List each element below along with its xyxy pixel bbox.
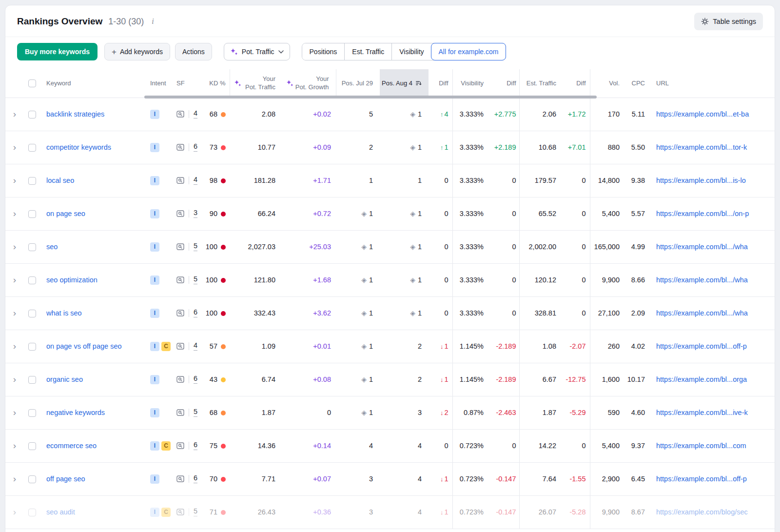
row-checkbox[interactable] [28, 343, 36, 351]
url-link[interactable]: https://example.com/bl.../on-p [656, 210, 749, 217]
col-cpc[interactable]: CPC [622, 69, 649, 98]
tab-visibility[interactable]: Visibility [391, 43, 431, 60]
col-pot-growth[interactable]: Your Pot. Growth [282, 69, 336, 98]
sf-count[interactable]: 4 [194, 176, 197, 184]
col-sf[interactable]: SF [172, 69, 203, 98]
serp-features-icon [176, 343, 184, 350]
url-link[interactable]: https://example.com/blog/sec [656, 508, 748, 516]
row-checkbox[interactable] [28, 509, 36, 516]
url-link[interactable]: https://example.com/bl...is-lo [656, 177, 746, 184]
sf-count[interactable]: 5 [194, 408, 197, 416]
keyword-link[interactable]: negative keywords [46, 409, 105, 416]
url-link[interactable]: https://example.com/bl...ive-k [656, 409, 748, 416]
col-est-traffic[interactable]: Est. Traffic [519, 69, 559, 98]
col-url[interactable]: URL [649, 69, 775, 98]
sf-count[interactable]: 3 [194, 209, 197, 217]
col-visibility[interactable]: Visibility [452, 69, 492, 98]
row-checkbox[interactable] [28, 376, 36, 384]
sf-count[interactable]: 4 [194, 109, 197, 118]
keyword-link[interactable]: off page seo [46, 475, 85, 483]
sf-count[interactable]: 4 [194, 341, 197, 350]
row-checkbox[interactable] [28, 442, 36, 450]
url-link[interactable]: https://example.com/bl...off-p [656, 475, 747, 483]
col-kd[interactable]: KD % [203, 69, 230, 98]
url-link[interactable]: https://example.com/bl...orga [656, 375, 747, 383]
sf-count[interactable]: 6 [194, 142, 197, 151]
keyword-link[interactable]: seo audit [46, 508, 75, 516]
sf-count[interactable]: 5 [194, 242, 197, 251]
col-pot-traffic[interactable]: Your Pot. Traffic [230, 69, 282, 98]
expand-chevron-icon[interactable]: › [13, 341, 16, 352]
url-link[interactable]: https://example.com/bl...com [656, 442, 746, 450]
sf-count[interactable]: 6 [194, 474, 197, 483]
sf-count[interactable]: 6 [194, 374, 197, 383]
keyword-link[interactable]: ecommerce seo [46, 442, 97, 450]
row-checkbox[interactable] [28, 111, 36, 118]
expand-chevron-icon[interactable]: › [13, 175, 16, 186]
pot-traffic-value: 332.43 [230, 296, 282, 330]
pos-diff-value: ↓1 [429, 330, 452, 363]
expand-chevron-icon[interactable]: › [13, 473, 16, 484]
col-pos-jul-29[interactable]: Pos. Jul 29 [336, 69, 380, 98]
col-pos-diff[interactable]: Diff [429, 69, 452, 98]
url-link[interactable]: https://example.com/bl...tor-k [656, 143, 747, 151]
url-link[interactable]: https://example.com/bl...off-p [656, 342, 747, 350]
keyword-link[interactable]: local seo [46, 177, 74, 184]
col-visibility-diff[interactable]: Diff [492, 69, 519, 98]
pot-growth-value: +0.36 [282, 495, 336, 529]
sf-count[interactable]: 6 [194, 441, 197, 450]
pot-traffic-value: 26.43 [230, 495, 282, 529]
keyword-link[interactable]: seo [46, 243, 58, 251]
url-link[interactable]: https://example.com/bl.../wha [656, 276, 748, 284]
expand-chevron-icon[interactable]: › [13, 208, 16, 219]
horizontal-scrollbar[interactable] [144, 96, 597, 99]
col-est-traffic-diff[interactable]: Diff [559, 69, 590, 98]
keyword-link[interactable]: seo optimization [46, 276, 98, 284]
actions-button[interactable]: Actions [175, 43, 212, 60]
info-icon[interactable]: i [152, 17, 154, 26]
select-all-checkbox[interactable] [28, 79, 36, 87]
expand-chevron-icon[interactable]: › [13, 241, 16, 252]
add-keywords-label: Add keywords [120, 48, 163, 56]
row-checkbox[interactable] [28, 310, 36, 317]
row-checkbox[interactable] [28, 276, 36, 284]
keyword-link[interactable]: on page vs off page seo [46, 342, 122, 350]
keyword-link[interactable]: backlink strategies [46, 110, 104, 118]
tab-all-for-domain[interactable]: All for example.com [431, 43, 507, 60]
keyword-link[interactable]: competitor keywords [46, 143, 111, 151]
row-checkbox[interactable] [28, 409, 36, 417]
expand-chevron-icon[interactable]: › [13, 507, 16, 517]
tab-positions[interactable]: Positions [302, 43, 345, 60]
keyword-link[interactable]: what is seo [46, 309, 82, 317]
keyword-link[interactable]: on page seo [46, 210, 85, 217]
expand-chevron-icon[interactable]: › [13, 374, 16, 385]
expand-chevron-icon[interactable]: › [13, 109, 16, 119]
url-link[interactable]: https://example.com/bl.../wha [656, 243, 748, 251]
col-pos-aug-4[interactable]: Pos. Aug 4 [380, 69, 429, 98]
expand-chevron-icon[interactable]: › [13, 308, 16, 318]
metric-dropdown[interactable]: Pot. Traffic [224, 43, 290, 60]
expand-chevron-icon[interactable]: › [13, 407, 16, 418]
sf-count[interactable]: 5 [194, 507, 197, 516]
add-keywords-button[interactable]: + Add keywords [104, 43, 170, 60]
col-intent[interactable]: Intent [147, 69, 172, 98]
row-checkbox[interactable] [28, 243, 36, 251]
url-link[interactable]: https://example.com/bl...et-ba [656, 110, 749, 118]
row-checkbox[interactable] [28, 210, 36, 218]
row-checkbox[interactable] [28, 144, 36, 152]
sf-count[interactable]: 6 [194, 308, 197, 317]
url-link[interactable]: https://example.com/bl.../wha [656, 309, 748, 317]
table-settings-button[interactable]: Table settings [694, 13, 763, 30]
col-volume[interactable]: Vol. [590, 69, 622, 98]
expand-chevron-icon[interactable]: › [13, 275, 16, 285]
keyword-link[interactable]: organic seo [46, 375, 83, 383]
expand-chevron-icon[interactable]: › [13, 142, 16, 153]
sf-count[interactable]: 5 [194, 275, 197, 284]
tab-est-traffic[interactable]: Est. Traffic [344, 43, 391, 60]
table-row: › off page seo I 6 70 7.71 +0.07 3 4 ↓1 [5, 462, 775, 495]
col-keyword[interactable]: Keyword [40, 69, 147, 98]
row-checkbox[interactable] [28, 177, 36, 185]
buy-more-keywords-button[interactable]: Buy more keywords [17, 43, 98, 60]
row-checkbox[interactable] [28, 475, 36, 483]
expand-chevron-icon[interactable]: › [13, 440, 16, 451]
